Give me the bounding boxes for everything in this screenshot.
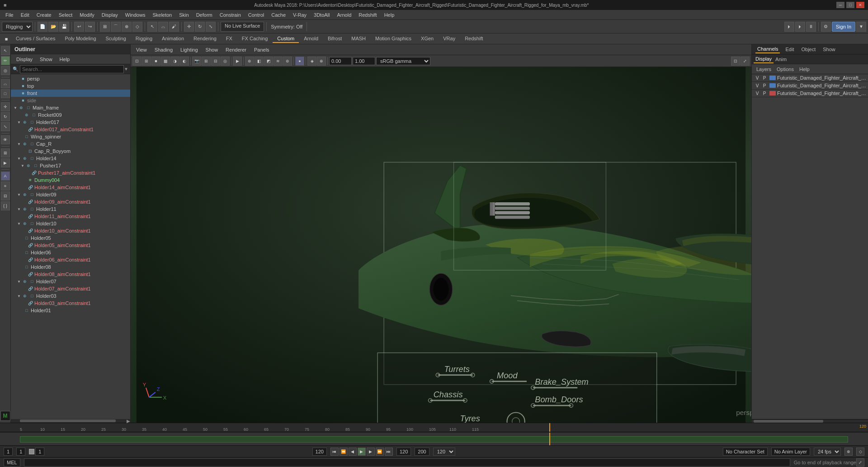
tree-item-top[interactable]: ■ top: [11, 82, 130, 90]
timeline-range-bar[interactable]: [20, 436, 848, 443]
tree-item-pusher17-aim[interactable]: 🔗 Pusher17_aimConstraint1: [11, 169, 130, 176]
tree-item-main-frame[interactable]: ▼ ⊕ □ Main_frame: [11, 104, 130, 111]
tree-item-side[interactable]: ■ side: [11, 97, 130, 104]
new-scene-button[interactable]: 📄: [38, 22, 47, 32]
vp-isolate2-btn[interactable]: ⊡: [731, 57, 740, 66]
vp-grid-btn[interactable]: ⊞: [202, 57, 211, 66]
vp-mo-blur-btn[interactable]: ≋: [274, 57, 283, 66]
tree-item-h07-aim[interactable]: 🔗 Holder07_aimConstraint1: [11, 285, 130, 292]
tree-item-h06-aim[interactable]: 🔗 Holder06_aimConstraint1: [11, 256, 130, 263]
tree-item-h01[interactable]: □ Holder01: [11, 307, 130, 314]
expand-outliner-icon[interactable]: ▶: [127, 419, 130, 424]
tree-arrow-h03[interactable]: ▼: [16, 293, 22, 299]
menu-skin[interactable]: Skin: [175, 11, 192, 19]
tree-item-h05[interactable]: □ Holder05: [11, 234, 130, 242]
search-dropdown-icon[interactable]: ▼: [124, 67, 128, 71]
vp-ipr-btn[interactable]: ●: [295, 57, 304, 66]
tree-item-cap-r[interactable]: ▼ ⊕ □ Cap_R: [11, 140, 130, 148]
channel-row-3[interactable]: V P Futuristic_Damaged_Fighter_Aircraft_…: [752, 90, 868, 97]
visibility-v-2[interactable]: V: [754, 83, 761, 88]
fps-selector[interactable]: 24 fps: [814, 448, 841, 456]
tab-poly-modeling[interactable]: Poly Modeling: [60, 35, 100, 43]
maximize-button[interactable]: □: [846, 2, 854, 8]
tree-item-h05-aim[interactable]: 🔗 Holder05_aimConstraint1: [11, 242, 130, 249]
tree-arrow-cap-r[interactable]: ▼: [16, 141, 22, 147]
expand-script-button[interactable]: ⤢: [856, 458, 864, 467]
outliner-menu-help[interactable]: Help: [56, 56, 74, 63]
tree-item-h11-aim[interactable]: 🔗 Holder11_aimConstraint1: [11, 213, 130, 220]
vp-gamma-select[interactable]: sRGB gamma: [376, 57, 430, 65]
rotate-tool-button[interactable]: ↻: [195, 22, 205, 32]
vp-value-1[interactable]: [329, 57, 352, 65]
tree-item-h10-aim[interactable]: 🔗 Holder10_aimConstraint1: [11, 227, 130, 234]
marquee-tool-btn[interactable]: □: [1, 89, 10, 98]
script-mode-field[interactable]: MEL: [4, 458, 20, 467]
viewport-menu-show[interactable]: Show: [202, 46, 222, 53]
menu-windows[interactable]: Windows: [122, 11, 149, 19]
menu-modify[interactable]: Modify: [76, 11, 98, 19]
tab-animation[interactable]: Animation: [157, 35, 189, 43]
command-line[interactable]: [24, 458, 790, 467]
paint-tool-btn[interactable]: ✏: [1, 56, 10, 65]
anim-tab[interactable]: Anim: [774, 56, 788, 63]
vp-texture-btn[interactable]: ▩: [161, 57, 170, 66]
tab-custom[interactable]: Custom: [273, 35, 299, 43]
scale-btn[interactable]: ⤡: [1, 122, 10, 131]
minimize-button[interactable]: ─: [836, 2, 844, 8]
range-end-select[interactable]: 120: [433, 448, 455, 456]
tab-fx-caching[interactable]: FX Caching: [237, 35, 272, 43]
tree-item-holder14[interactable]: ▼ ⊕ □ Holder14: [11, 155, 130, 162]
menu-3dtoall[interactable]: 3DtoAll: [310, 11, 333, 19]
channel-row-2[interactable]: V P Futuristic_Damaged_Fighter_Aircraft_…: [752, 82, 868, 90]
channels-tab[interactable]: Channels: [755, 45, 780, 53]
tree-arrow-h09[interactable]: ▼: [16, 191, 22, 198]
undo-button[interactable]: ↩: [74, 22, 84, 32]
display-tab[interactable]: Display: [754, 55, 774, 63]
tree-arrow-main-frame[interactable]: ▼: [13, 105, 18, 111]
tree-arrow-p17[interactable]: ▼: [20, 162, 25, 169]
vp-light-btn[interactable]: ◑: [170, 57, 179, 66]
soft-select-btn[interactable]: ◎: [1, 66, 10, 75]
vp-wire-btn[interactable]: ⊞: [142, 57, 151, 66]
vp-home-btn[interactable]: ⊡: [132, 57, 142, 66]
viewport-menu-panels[interactable]: Panels: [250, 46, 273, 53]
play-button[interactable]: ▶: [358, 448, 366, 456]
tab-arnold[interactable]: Arnold: [299, 35, 323, 43]
select-mode-button[interactable]: ↖: [147, 22, 157, 32]
vp-value-2[interactable]: [353, 57, 375, 65]
viewport-menu-shading[interactable]: Shading: [151, 46, 176, 53]
snap-surface-button[interactable]: ◇: [132, 22, 142, 32]
tab-rendering[interactable]: Rendering: [189, 35, 221, 43]
snap-curve-button[interactable]: ⌒: [111, 22, 121, 32]
tree-item-h09[interactable]: ▼ ⊕ □ Holder09: [11, 191, 130, 198]
goto-start-button[interactable]: ⏮: [330, 448, 339, 456]
redo-button[interactable]: ↪: [85, 22, 95, 32]
menu-skeleton[interactable]: Skeleton: [149, 11, 175, 19]
options-item[interactable]: Options: [774, 66, 797, 73]
tree-item-h03-aim[interactable]: 🔗 Holder03_aimConstraint1: [11, 300, 130, 307]
snap-grid-button[interactable]: ⊞: [100, 22, 110, 32]
vp-select-btn[interactable]: ◈: [307, 57, 316, 66]
no-live-surface-button[interactable]: No Live Surface: [221, 22, 264, 32]
vp-isolate-btn[interactable]: ◎: [221, 57, 230, 66]
visibility-p-1[interactable]: P: [761, 76, 768, 81]
visibility-p-3[interactable]: P: [761, 91, 768, 96]
tree-item-cap-r-boyyom[interactable]: ⊡ Cap_R_Boyyom: [11, 148, 130, 155]
object-tab[interactable]: Object: [799, 46, 817, 53]
tree-item-h03[interactable]: ▼ ⊕ □ Holder03: [11, 292, 130, 300]
viewport-menu-view[interactable]: View: [132, 46, 151, 53]
visibility-v-3[interactable]: V: [754, 91, 761, 96]
tab-xgen[interactable]: XGen: [416, 35, 438, 43]
no-character-field[interactable]: No Character Set: [723, 448, 768, 456]
vp-resolution-btn[interactable]: ⊛: [245, 57, 254, 66]
frame-sub-field[interactable]: 1: [16, 448, 25, 456]
step-forward-button[interactable]: ▶: [367, 448, 375, 456]
outliner-hscroll[interactable]: ▶: [11, 419, 130, 423]
layers-item[interactable]: Layers: [754, 66, 774, 73]
menu-display[interactable]: Display: [98, 11, 122, 19]
no-anim-layer-field[interactable]: No Anim Layer: [771, 448, 810, 456]
channel-btn[interactable]: ≡: [1, 181, 10, 191]
tab-vray[interactable]: VRay: [439, 35, 460, 43]
vp-ao-btn[interactable]: ◐: [180, 57, 189, 66]
goto-end-button[interactable]: ⏭: [385, 448, 393, 456]
